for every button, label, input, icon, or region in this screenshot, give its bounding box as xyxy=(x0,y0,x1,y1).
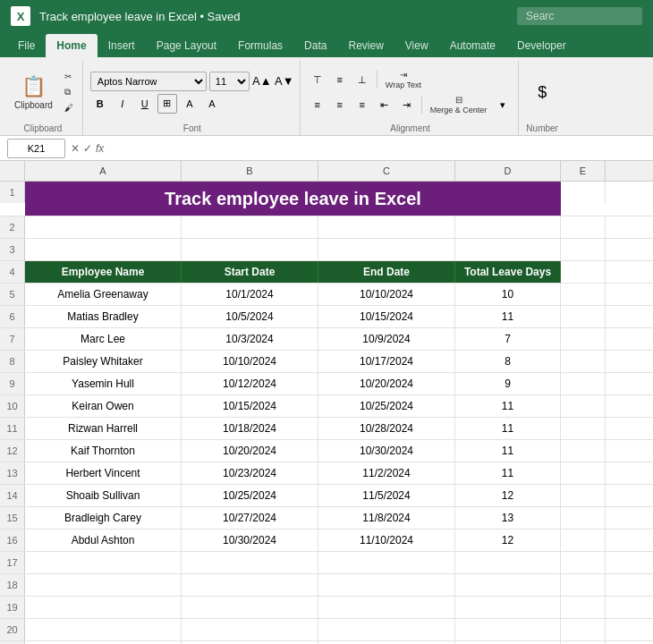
cell-a6[interactable]: Matias Bradley xyxy=(25,306,182,327)
cell-b14[interactable]: 10/25/2024 xyxy=(182,485,318,506)
cell-b7[interactable]: 10/3/2024 xyxy=(182,328,318,350)
cell-a5[interactable]: Amelia Greenaway xyxy=(25,284,182,305)
cell-d2[interactable] xyxy=(455,216,561,238)
cell-e1[interactable] xyxy=(561,182,606,203)
cell-c10[interactable]: 10/25/2024 xyxy=(318,395,455,417)
cell-b20[interactable] xyxy=(182,619,318,640)
cell-b17[interactable] xyxy=(182,552,318,573)
font-size-select[interactable]: 11 xyxy=(209,72,250,91)
font-color-button[interactable]: A xyxy=(202,94,222,114)
cell-e17[interactable] xyxy=(561,552,606,573)
cell-e3[interactable] xyxy=(561,239,606,260)
col-header-d[interactable]: D xyxy=(455,161,561,181)
cell-e7[interactable] xyxy=(561,328,606,350)
cell-a17[interactable] xyxy=(25,552,182,573)
cell-d20[interactable] xyxy=(455,619,561,640)
cell-e15[interactable] xyxy=(561,507,606,529)
cell-e5[interactable] xyxy=(561,284,606,305)
cell-d12[interactable]: 11 xyxy=(455,440,561,462)
cell-e9[interactable] xyxy=(561,373,606,394)
header-total-leave-days[interactable]: Total Leave Days xyxy=(455,261,561,283)
col-header-b[interactable]: B xyxy=(182,161,318,181)
tab-developer[interactable]: Developer xyxy=(506,34,577,57)
cell-a20[interactable] xyxy=(25,619,182,640)
cell-c18[interactable] xyxy=(318,574,455,596)
font-increase-button[interactable]: A▲ xyxy=(252,72,272,91)
cell-b5[interactable]: 10/1/2024 xyxy=(182,284,318,305)
cell-e19[interactable] xyxy=(561,597,606,618)
cell-a3[interactable] xyxy=(25,239,182,260)
cell-e2[interactable] xyxy=(561,216,606,238)
cell-c20[interactable] xyxy=(318,619,455,640)
cell-a16[interactable]: Abdul Ashton xyxy=(25,530,182,551)
tab-view[interactable]: View xyxy=(394,34,439,57)
border-button[interactable]: ⊞ xyxy=(157,94,177,114)
underline-button[interactable]: U xyxy=(135,94,155,114)
search-input[interactable] xyxy=(517,7,642,25)
cell-b15[interactable]: 10/27/2024 xyxy=(182,507,318,529)
indent-increase-button[interactable]: ⇥ xyxy=(397,95,417,114)
align-right-button[interactable]: ≡ xyxy=(352,95,372,114)
col-header-e[interactable]: E xyxy=(561,161,606,181)
cell-c13[interactable]: 11/2/2024 xyxy=(318,462,455,484)
cell-b6[interactable]: 10/5/2024 xyxy=(182,306,318,327)
cell-c17[interactable] xyxy=(318,552,455,573)
cell-c8[interactable]: 10/17/2024 xyxy=(318,351,455,372)
indent-decrease-button[interactable]: ⇤ xyxy=(375,95,394,114)
cell-b3[interactable] xyxy=(182,239,318,260)
cell-a11[interactable]: Rizwan Harrell xyxy=(25,418,182,439)
cell-e6[interactable] xyxy=(561,306,606,327)
insert-function-icon[interactable]: fx xyxy=(96,142,104,155)
cell-a9[interactable]: Yasemin Hull xyxy=(25,373,182,394)
cell-e10[interactable] xyxy=(561,395,606,417)
cut-button[interactable]: ✂ xyxy=(61,70,77,83)
tab-file[interactable]: File xyxy=(7,34,46,57)
cell-c19[interactable] xyxy=(318,597,455,618)
cell-b13[interactable]: 10/23/2024 xyxy=(182,462,318,484)
cell-e16[interactable] xyxy=(561,530,606,551)
header-end-date[interactable]: End Date xyxy=(318,261,455,283)
cell-a7[interactable]: Marc Lee xyxy=(25,328,182,350)
cell-a18[interactable] xyxy=(25,574,182,596)
cell-b9[interactable]: 10/12/2024 xyxy=(182,373,318,394)
cell-a12[interactable]: Kaif Thornton xyxy=(25,440,182,462)
cell-d18[interactable] xyxy=(455,574,561,596)
cell-a15[interactable]: Bradleigh Carey xyxy=(25,507,182,529)
cell-b8[interactable]: 10/10/2024 xyxy=(182,351,318,372)
cell-b12[interactable]: 10/20/2024 xyxy=(182,440,318,462)
cell-a19[interactable] xyxy=(25,597,182,618)
cancel-formula-icon[interactable]: ✕ xyxy=(71,142,80,155)
cell-d5[interactable]: 10 xyxy=(455,284,561,305)
cell-e18[interactable] xyxy=(561,574,606,596)
tab-formulas[interactable]: Formulas xyxy=(227,34,293,57)
cell-e11[interactable] xyxy=(561,418,606,439)
font-decrease-button[interactable]: A▼ xyxy=(275,72,294,91)
cell-d6[interactable]: 11 xyxy=(455,306,561,327)
cell-c2[interactable] xyxy=(318,216,455,238)
cell-a8[interactable]: Paisley Whitaker xyxy=(25,351,182,372)
cell-d16[interactable]: 12 xyxy=(455,530,561,551)
paste-button[interactable]: 📋 Clipboard xyxy=(9,72,58,114)
cell-b2[interactable] xyxy=(182,216,318,238)
cell-b10[interactable]: 10/15/2024 xyxy=(182,395,318,417)
cell-c3[interactable] xyxy=(318,239,455,260)
cell-d19[interactable] xyxy=(455,597,561,618)
align-left-button[interactable]: ≡ xyxy=(308,95,327,114)
fill-color-button[interactable]: A xyxy=(180,94,199,114)
bold-button[interactable]: B xyxy=(90,94,110,114)
align-center-button[interactable]: ≡ xyxy=(330,95,350,114)
tab-review[interactable]: Review xyxy=(337,34,394,57)
confirm-formula-icon[interactable]: ✓ xyxy=(83,142,92,155)
cell-d14[interactable]: 12 xyxy=(455,485,561,506)
cell-b18[interactable] xyxy=(182,574,318,596)
cell-e20[interactable] xyxy=(561,619,606,640)
tab-home[interactable]: Home xyxy=(46,34,97,57)
cell-c12[interactable]: 10/30/2024 xyxy=(318,440,455,462)
cell-e8[interactable] xyxy=(561,351,606,372)
tab-page-layout[interactable]: Page Layout xyxy=(146,34,227,57)
col-header-c[interactable]: C xyxy=(318,161,455,181)
cell-reference-input[interactable] xyxy=(7,139,65,158)
font-name-select[interactable]: Aptos Narrow xyxy=(90,72,207,91)
cell-c6[interactable]: 10/15/2024 xyxy=(318,306,455,327)
formula-input[interactable] xyxy=(109,139,646,158)
